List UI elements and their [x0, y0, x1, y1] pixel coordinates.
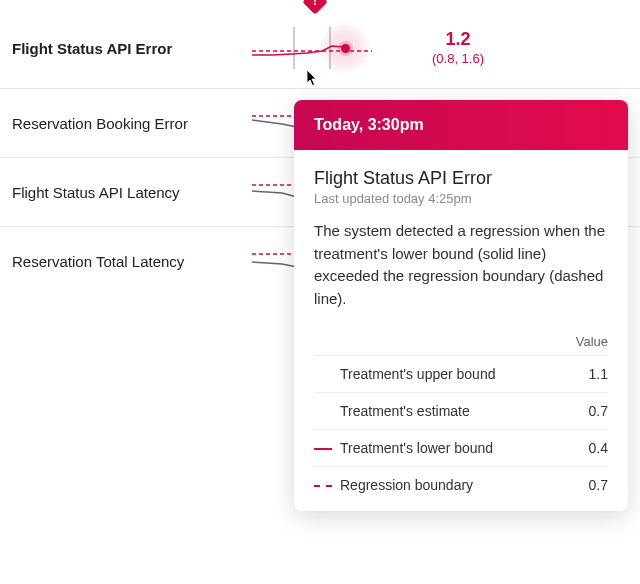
- row-value: 0.7: [558, 467, 608, 504]
- row-value: 0.4: [558, 430, 608, 467]
- tooltip-title: Flight Status API Error: [314, 168, 608, 189]
- tooltip-header: Today, 3:30pm: [294, 100, 628, 150]
- metric-stats: 1.2 (0.8, 1.6): [432, 28, 484, 68]
- row-label: Treatment's lower bound: [340, 430, 558, 467]
- row-value: 1.1: [558, 356, 608, 393]
- tooltip-description: The system detected a regression when th…: [314, 220, 608, 310]
- solid-line-icon: [314, 448, 332, 450]
- tooltip-subtitle: Last updated today 4:25pm: [314, 191, 608, 206]
- alert-dot: [341, 44, 350, 53]
- row-label: Treatment's upper bound: [340, 356, 558, 393]
- table-row: Treatment's lower bound 0.4: [314, 430, 608, 467]
- sparkline-0: !: [252, 23, 372, 73]
- row-value: 0.7: [558, 393, 608, 430]
- tooltip-card: Today, 3:30pm Flight Status API Error La…: [294, 100, 628, 511]
- metric-label: Flight Status API Latency: [0, 184, 252, 201]
- table-row: Treatment's upper bound 1.1: [314, 356, 608, 393]
- dashed-line-icon: [314, 485, 332, 487]
- tooltip-table: Value Treatment's upper bound 1.1 Treatm…: [314, 328, 608, 503]
- metric-row-0[interactable]: Flight Status API Error ! 1.2 (0.8, 1.6): [0, 8, 640, 88]
- metric-label: Flight Status API Error: [0, 40, 252, 57]
- table-row: Regression boundary 0.7: [314, 467, 608, 504]
- table-row: Treatment's estimate 0.7: [314, 393, 608, 430]
- row-label: Treatment's estimate: [340, 393, 558, 430]
- row-label: Regression boundary: [340, 467, 558, 504]
- metric-value: 1.2: [432, 28, 484, 51]
- metric-ci: (0.8, 1.6): [432, 51, 484, 68]
- metric-label: Reservation Total Latency: [0, 253, 252, 270]
- metric-label: Reservation Booking Error: [0, 115, 252, 132]
- alert-icon: !: [302, 0, 327, 15]
- value-header: Value: [558, 328, 608, 356]
